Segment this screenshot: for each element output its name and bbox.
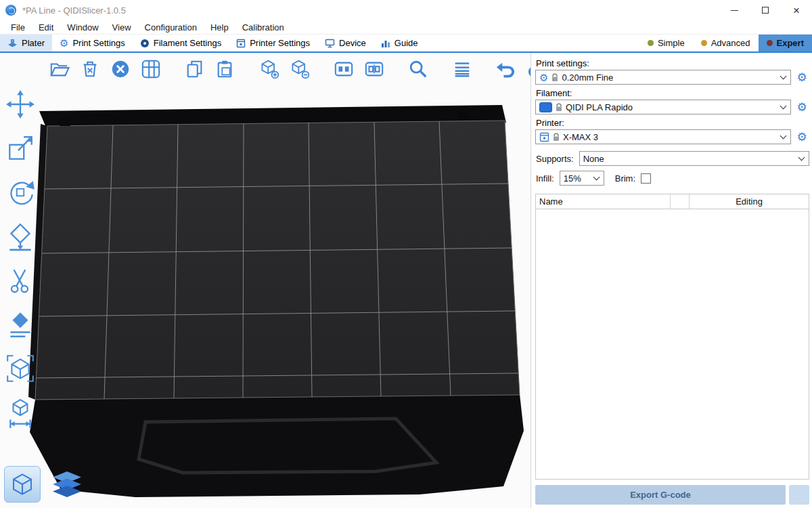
paste-icon [215,59,235,79]
printer-settings-icon [236,39,246,48]
menu-window[interactable]: Window [60,22,105,33]
chevron-down-icon [593,174,600,181]
tab-device[interactable]: Device [317,35,374,51]
menu-calibration[interactable]: Calibration [235,22,291,33]
preview-layers-icon [50,470,84,499]
redo-icon [526,59,531,79]
gizmo-toolbar [4,88,37,429]
object-list-table[interactable]: Name Editing [535,194,809,480]
mode-simple[interactable]: Simple [639,35,693,51]
maximize-button[interactable] [750,0,781,20]
menu-view[interactable]: View [106,22,138,33]
editing-column-header[interactable]: Editing [690,194,809,209]
place-on-face-tool-button[interactable] [4,220,37,253]
supports-value: None [583,154,604,164]
arrange-button[interactable] [140,58,162,80]
undo-button[interactable] [495,58,517,80]
tabbar-spacer [426,35,639,51]
supports-label: Supports: [536,154,574,164]
delete-all-button[interactable] [110,58,131,80]
print-settings-gear-button[interactable]: ⚙ [794,70,809,85]
tab-print-settings[interactable]: ⚙ Print Settings [52,35,133,51]
open-project-button[interactable] [49,58,70,80]
menu-edit[interactable]: Edit [32,22,60,33]
mode-advanced-label: Advanced [711,38,750,48]
brim-checkbox[interactable] [641,173,651,184]
measure-tool-button[interactable] [4,396,37,429]
view-toggle-bar [4,466,85,503]
name-column-header[interactable]: Name [536,194,671,209]
simple-mode-dot-icon [648,40,654,46]
delete-object-button[interactable] [79,58,101,80]
scale-icon [5,133,36,164]
editor-view-button[interactable] [4,466,41,503]
printer-gear-button[interactable]: ⚙ [794,130,809,144]
object-list-body[interactable] [536,209,809,479]
filament-value: QIDI PLA Rapido [566,102,633,112]
split-parts-button[interactable] [363,58,385,80]
rotate-icon [5,177,36,208]
preview-view-button[interactable] [49,466,85,503]
tab-plater[interactable]: Plater [0,35,52,51]
chevron-down-icon [780,103,787,110]
extruder-column-header[interactable] [671,194,690,209]
3d-viewport[interactable] [0,53,531,508]
printer-combo[interactable]: X-MAX 3 [535,129,791,144]
export-options-button[interactable] [789,485,809,505]
chevron-down-icon [780,73,787,80]
variable-layer-height-button[interactable] [451,58,473,80]
redo-button[interactable] [526,58,531,80]
tab-filament-settings[interactable]: Filament Settings [133,35,229,51]
print-settings-value: 0.20mm Fine [562,72,613,83]
advanced-mode-dot-icon [701,40,707,46]
mode-expert[interactable]: Expert [759,35,812,51]
export-gcode-button[interactable]: Export G-code [535,485,786,505]
tab-printer-settings[interactable]: Printer Settings [229,35,317,51]
maximize-icon [762,7,769,14]
place-on-face-icon [5,221,36,252]
filament-gear-button[interactable]: ⚙ [794,100,809,114]
tab-filament-settings-label: Filament Settings [154,38,221,48]
measure-icon [5,397,36,428]
expert-mode-dot-icon [767,40,773,46]
split-parts-icon [364,59,384,79]
cut-tool-button[interactable] [4,264,37,297]
mode-advanced[interactable]: Advanced [693,35,759,51]
scale-tool-button[interactable] [4,132,37,165]
rotate-tool-button[interactable] [4,176,37,209]
filament-label: Filament: [536,88,809,98]
filament-settings-icon [140,39,150,48]
copy-button[interactable] [184,58,206,80]
menu-file[interactable]: File [4,22,32,33]
tab-guide[interactable]: Guide [374,35,426,51]
search-icon [408,59,428,79]
object-list-header: Name Editing [536,194,809,209]
remove-instance-button[interactable] [289,58,311,80]
infill-combo[interactable]: 15% [560,171,604,186]
minimize-button[interactable] [719,0,750,20]
window-title: *PA Line - QIDISlicer-1.0.5 [22,5,126,16]
export-row: Export G-code [535,485,809,505]
device-icon [325,39,335,48]
menu-configuration[interactable]: Configuration [138,22,204,33]
menu-help[interactable]: Help [204,22,235,33]
main-area: Print settings: ⚙ 0.20mm Fine ⚙ Filament… [0,53,812,508]
paste-button[interactable] [215,58,236,80]
print-settings-combo[interactable]: ⚙ 0.20mm Fine [535,70,791,85]
undo-icon [496,59,516,79]
move-tool-button[interactable] [4,88,37,121]
paint-supports-tool-button[interactable] [4,308,37,341]
multimaterial-paint-tool-button[interactable] [4,352,37,385]
title-bar[interactable]: *PA Line - QIDISlicer-1.0.5 × [0,0,812,20]
window-controls: × [719,0,812,20]
supports-combo[interactable]: None [579,151,809,166]
add-instance-button[interactable] [258,58,280,80]
mode-simple-label: Simple [658,38,685,48]
split-objects-button[interactable] [333,58,355,80]
chevron-down-icon [780,133,787,140]
close-button[interactable]: × [781,0,812,20]
settings-sidebar: Print settings: ⚙ 0.20mm Fine ⚙ Filament… [531,53,812,508]
filament-combo[interactable]: QIDI PLA Rapido [535,100,791,114]
paint-supports-icon [5,309,36,340]
search-button[interactable] [407,58,429,80]
